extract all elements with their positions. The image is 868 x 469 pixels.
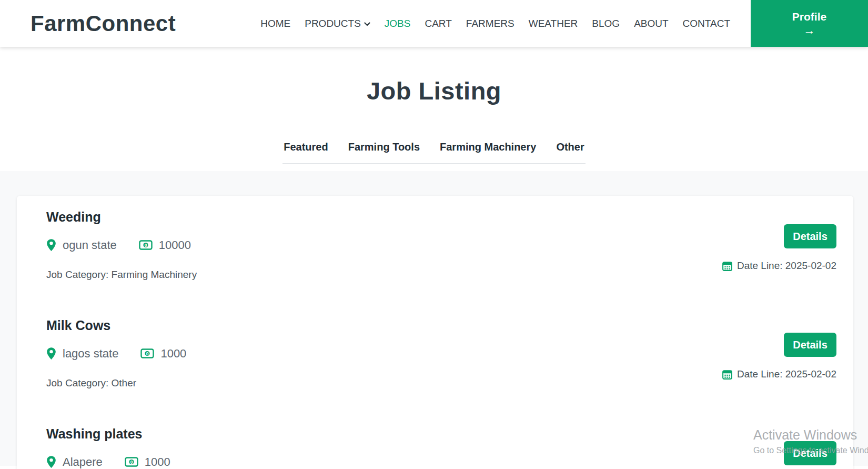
svg-text:0: 0 bbox=[144, 243, 147, 248]
chevron-down-icon bbox=[364, 22, 370, 26]
nav-item-about[interactable]: ABOUT bbox=[634, 18, 668, 29]
cash-icon: 0 bbox=[125, 457, 138, 467]
nav-item-products[interactable]: PRODUCTS bbox=[305, 18, 370, 29]
profile-button-label: Profile bbox=[792, 11, 826, 23]
nav-item-contact[interactable]: CONTACT bbox=[683, 18, 730, 29]
job-deadline-text: Date Line: 2025-02-02 bbox=[737, 368, 836, 380]
job-deadline-text: Date Line: 2025-02-02 bbox=[737, 260, 836, 272]
nav-item-home[interactable]: HOME bbox=[260, 18, 290, 29]
job-actions: Details Date Line: 2025-02-02 bbox=[722, 224, 836, 272]
job-deadline: Date Line: 2025-02-02 bbox=[722, 260, 836, 272]
jobs-section: Weeding ogun state 0 10000 Job Category:… bbox=[0, 171, 868, 466]
location-pin-icon bbox=[46, 347, 56, 360]
nav-item-weather[interactable]: WEATHER bbox=[529, 18, 578, 29]
job-pay: 1000 bbox=[145, 455, 170, 469]
job-location: lagos state bbox=[63, 347, 118, 361]
nav-item-blog[interactable]: BLOG bbox=[592, 18, 620, 29]
tab-farming-machinery[interactable]: Farming Machinery bbox=[440, 141, 536, 153]
svg-text:0: 0 bbox=[146, 351, 149, 356]
brand-logo[interactable]: FarmConnect bbox=[31, 11, 176, 36]
location-pin-icon bbox=[46, 456, 56, 468]
nav-item-farmers[interactable]: FARMERS bbox=[466, 18, 514, 29]
job-actions: Details bbox=[784, 441, 836, 465]
tab-farming-tools[interactable]: Farming Tools bbox=[348, 141, 420, 153]
job-meta: lagos state 0 1000 bbox=[46, 347, 836, 361]
details-button[interactable]: Details bbox=[784, 224, 836, 248]
job-title: Milk Cows bbox=[46, 318, 836, 333]
job-location: ogun state bbox=[63, 238, 117, 252]
hero-section: Job Listing Featured Farming Tools Farmi… bbox=[0, 47, 868, 171]
tab-featured[interactable]: Featured bbox=[284, 141, 328, 153]
job-title: Weeding bbox=[46, 209, 836, 225]
calendar-icon bbox=[722, 370, 732, 380]
job-deadline: Date Line: 2025-02-02 bbox=[722, 368, 836, 380]
job-meta: ogun state 0 10000 bbox=[46, 238, 836, 252]
job-location: Alapere bbox=[63, 455, 103, 469]
job-category: Job Category: Other bbox=[46, 377, 836, 389]
details-button[interactable]: Details bbox=[784, 333, 836, 357]
job-category: Job Category: Farming Machinery bbox=[46, 269, 836, 281]
nav-item-cart[interactable]: CART bbox=[425, 18, 451, 29]
details-button[interactable]: Details bbox=[784, 441, 836, 465]
job-title: Washing plates bbox=[46, 426, 836, 442]
job-row-milk-cows: Milk Cows lagos state 0 1000 Job Categor… bbox=[46, 318, 836, 426]
calendar-icon bbox=[722, 261, 732, 271]
category-tabs: Featured Farming Tools Farming Machinery… bbox=[282, 141, 586, 164]
profile-button[interactable]: Profile → bbox=[751, 0, 868, 47]
job-row-weeding: Weeding ogun state 0 10000 Job Category:… bbox=[46, 209, 836, 318]
tab-other[interactable]: Other bbox=[556, 141, 584, 153]
job-pay: 10000 bbox=[159, 238, 191, 252]
cash-icon: 0 bbox=[139, 240, 153, 250]
location-pin-icon bbox=[46, 239, 56, 252]
top-navbar: FarmConnect HOME PRODUCTS JOBS CART FARM… bbox=[0, 0, 868, 47]
cash-icon: 0 bbox=[140, 348, 154, 358]
svg-text:0: 0 bbox=[130, 460, 133, 465]
job-row-washing-plates: Washing plates Alapere 0 1000 Details bbox=[46, 426, 836, 469]
jobs-card: Weeding ogun state 0 10000 Job Category:… bbox=[17, 196, 853, 469]
job-pay: 1000 bbox=[160, 347, 186, 361]
job-meta: Alapere 0 1000 bbox=[46, 455, 836, 469]
arrow-right-icon: → bbox=[804, 25, 815, 36]
nav-item-products-label: PRODUCTS bbox=[305, 18, 361, 29]
nav-item-jobs[interactable]: JOBS bbox=[385, 18, 411, 29]
job-actions: Details Date Line: 2025-02-02 bbox=[722, 333, 836, 380]
page-title: Job Listing bbox=[0, 76, 868, 105]
